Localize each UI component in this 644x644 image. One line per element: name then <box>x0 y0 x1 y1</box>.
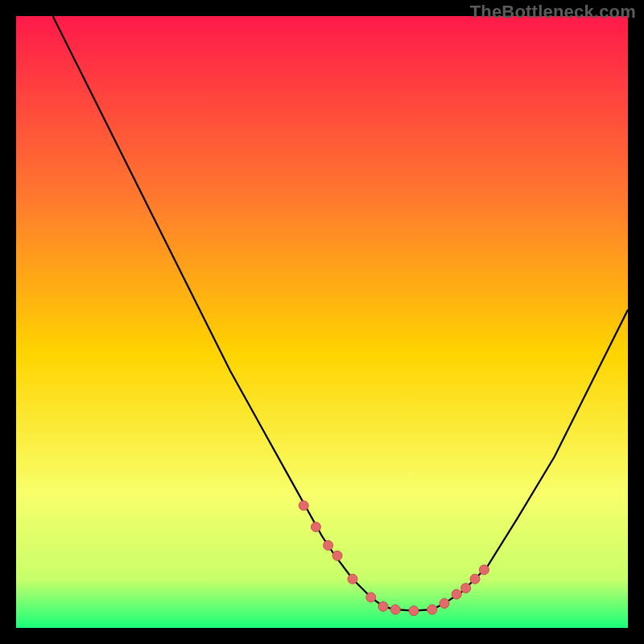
marker-point <box>452 589 461 599</box>
marker-point <box>378 601 388 611</box>
marker-point <box>427 605 437 614</box>
marker-point <box>299 501 308 510</box>
marker-point <box>409 606 419 616</box>
marker-point <box>324 540 333 550</box>
watermark-text: TheBottleneck.com <box>470 2 636 23</box>
chart-svg <box>16 16 628 628</box>
marker-point <box>390 605 400 614</box>
marker-point <box>461 584 471 593</box>
marker-point <box>440 599 449 609</box>
marker-point <box>332 551 342 560</box>
chart-frame <box>16 16 628 628</box>
marker-point <box>470 574 480 584</box>
marker-point <box>366 592 376 602</box>
marker-point <box>348 574 357 584</box>
marker-point <box>479 565 489 575</box>
marker-point <box>311 522 320 532</box>
